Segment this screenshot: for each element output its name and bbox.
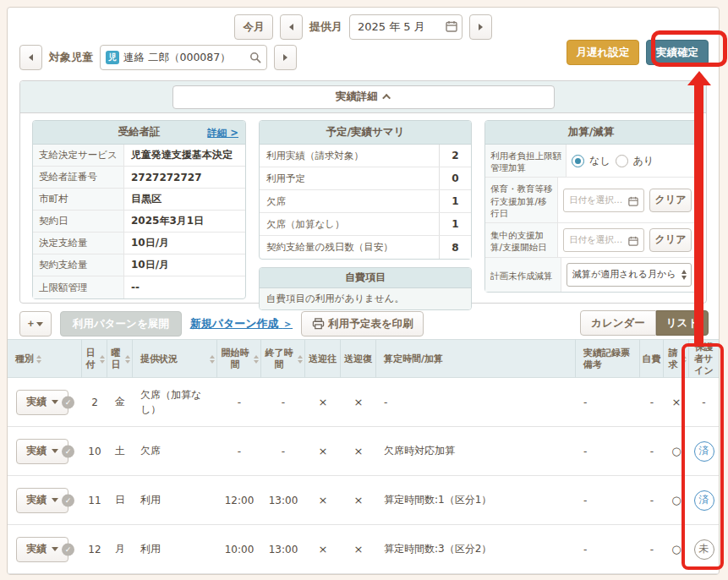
cell-note: - — [576, 544, 640, 555]
col-date[interactable]: 日付 — [82, 340, 107, 378]
col-end-time[interactable]: 終了時間 — [261, 340, 305, 378]
cell-self-pay: - — [640, 446, 664, 457]
next-month-button[interactable] — [469, 14, 492, 40]
cell-start: 12:00 — [217, 495, 261, 506]
summary-row: 契約支給量の残日数（目安）8 — [260, 236, 471, 259]
childcare-transfer-row: 保育・教育等移行支援加算/移行日 日付を選択… クリア — [485, 178, 697, 223]
child-select[interactable]: 児 連絡 二郎（000087） — [100, 45, 267, 70]
add-record-button[interactable]: + — [19, 311, 52, 337]
month-nav-row: 今月 提供月 — [8, 14, 719, 40]
recipient-row: 支給決定サービス児童発達支援基本決定 — [33, 145, 245, 167]
select-arrows-icon — [681, 270, 687, 280]
guardian-sign-badge[interactable]: 済 — [694, 441, 714, 462]
plan-actual-summary-panel: 予定/実績サマリ 利用実績（請求対象）2 利用予定0 欠席1 欠席（加算なし）1… — [259, 120, 472, 260]
self-pay-empty-message: 自費項目の利用がありません。 — [260, 288, 471, 309]
prev-month-button[interactable] — [280, 14, 303, 40]
col-start-time[interactable]: 開始時間 — [217, 340, 261, 378]
results-detail-toggle[interactable]: 実績詳細 — [172, 85, 555, 109]
col-dow[interactable]: 曜日 — [107, 340, 133, 378]
left-arrow-icon — [29, 54, 33, 61]
cell-dow: 月 — [107, 542, 133, 556]
guardian-sign-badge[interactable]: 未 — [694, 539, 714, 560]
record-type-dropdown[interactable]: 実績✓ — [16, 537, 68, 562]
cell-self-pay: - — [640, 397, 664, 408]
link-arrow: ＞ — [282, 318, 293, 330]
cell-pickup-from: × — [341, 396, 376, 408]
recipient-row: 契約日2025年3月1日 — [33, 211, 245, 233]
intensive-date-input[interactable]: 日付を選択… — [563, 228, 644, 252]
cell-pickup-to: × — [305, 543, 341, 555]
print-schedule-button[interactable]: 利用予定表を印刷 — [301, 311, 424, 337]
recipient-row: 決定支給量10日/月 — [33, 233, 245, 254]
check-icon: ✓ — [62, 494, 74, 506]
recipient-cert-panel: 受給者証 詳細 > 支給決定サービス児童発達支援基本決定 受給者証番号27272… — [32, 120, 246, 299]
month-field-label: 提供月 — [309, 19, 342, 35]
caret-down-icon — [52, 547, 58, 551]
sort-icon — [210, 355, 215, 364]
childcare-date-input[interactable]: 日付を選択… — [563, 189, 644, 212]
recipient-detail-link[interactable]: 詳細 > — [207, 127, 238, 140]
left-arrow-icon — [289, 24, 293, 30]
radio-yes[interactable] — [616, 155, 628, 167]
col-billing[interactable]: 請求 — [664, 340, 689, 378]
cell-status: 利用 — [133, 542, 217, 556]
cell-pickup-to: × — [305, 494, 341, 506]
search-icon[interactable] — [249, 52, 261, 63]
cell-pickup-to: × — [305, 445, 341, 457]
calendar-icon[interactable] — [446, 20, 457, 32]
record-type-dropdown[interactable]: 実績✓ — [16, 390, 68, 415]
recipient-row: 市町村目黒区 — [33, 189, 245, 211]
plan-deduction-select[interactable]: 減算が適用される月から — [567, 263, 692, 287]
summary-row: 利用予定0 — [260, 167, 471, 190]
calendar-icon[interactable] — [628, 236, 638, 246]
table-row: 実績✓ 12 月 利用 10:00 13:00 × × 算定時間数:3（区分2）… — [8, 525, 719, 574]
right-arrow-icon — [479, 24, 483, 30]
child-type-badge: 児 — [106, 51, 119, 64]
col-type[interactable]: 種別 — [8, 340, 82, 378]
cell-self-pay: - — [640, 495, 664, 506]
radio-none[interactable] — [572, 155, 584, 167]
cell-status: 利用 — [133, 493, 217, 507]
addition-subtraction-header: 加算/減算 — [485, 121, 697, 145]
calendar-icon[interactable] — [628, 196, 638, 206]
cell-note: - — [576, 446, 640, 457]
cell-pickup-from: × — [341, 543, 376, 555]
table-header: 種別 日付 曜日 提供状況 開始時間 終了時間 送迎往 送迎復 算定時間/加算 … — [8, 339, 719, 378]
cell-date: 11 — [82, 495, 107, 506]
record-type-dropdown[interactable]: 実績✓ — [16, 439, 68, 464]
sort-icon — [681, 355, 687, 364]
cell-billing: ○ — [664, 494, 689, 506]
col-guardian-sign[interactable]: 保護者サイン — [689, 340, 719, 378]
col-pickup-to: 送迎往 — [305, 340, 341, 378]
list-view-button[interactable]: リスト — [656, 310, 709, 336]
late-setting-button[interactable]: 月遅れ設定 — [567, 40, 639, 65]
guardian-sign-badge[interactable]: 済 — [694, 490, 714, 511]
cell-pickup-from: × — [341, 494, 376, 506]
childcare-clear-button[interactable]: クリア — [649, 189, 692, 212]
summary-row: 利用実績（請求対象）2 — [260, 145, 471, 167]
next-child-button[interactable] — [274, 45, 297, 70]
create-pattern-link[interactable]: 新規パターン作成 ＞ — [190, 316, 293, 331]
this-month-button[interactable]: 今月 — [234, 14, 273, 40]
calendar-view-button[interactable]: カレンダー — [580, 310, 656, 336]
results-detail-label: 実績詳細 — [336, 90, 378, 104]
col-record-note: 実績記録票備考 — [576, 340, 640, 378]
summary-row: 欠席（加算なし）1 — [260, 213, 471, 236]
cell-billing: ○ — [664, 543, 689, 555]
record-type-dropdown[interactable]: 実績✓ — [16, 488, 68, 513]
confirm-results-button[interactable]: 実績確定 — [646, 40, 709, 65]
child-name: 連絡 二郎（000087） — [123, 51, 231, 65]
sort-icon — [36, 355, 41, 364]
prev-child-button[interactable] — [19, 45, 42, 70]
cell-calc: 算定時間数:3（区分2） — [376, 542, 576, 556]
summary-row: 欠席1 — [260, 190, 471, 213]
recipient-row: 契約支給量10日/月 — [33, 254, 245, 276]
col-status[interactable]: 提供状況 — [133, 340, 217, 378]
results-detail-body: 受給者証 詳細 > 支給決定サービス児童発達支援基本決定 受給者証番号27272… — [20, 113, 706, 304]
intensive-clear-button[interactable]: クリア — [649, 228, 692, 252]
view-toggle: カレンダー リスト — [580, 310, 709, 336]
col-pickup-from: 送迎復 — [341, 340, 376, 378]
cell-dow: 日 — [107, 493, 133, 507]
cell-note: - — [576, 397, 640, 408]
addition-subtraction-panel: 加算/減算 利用者負担上限額管理加算 なし あり 保育・教育等移行支援加算/移行… — [484, 120, 698, 293]
